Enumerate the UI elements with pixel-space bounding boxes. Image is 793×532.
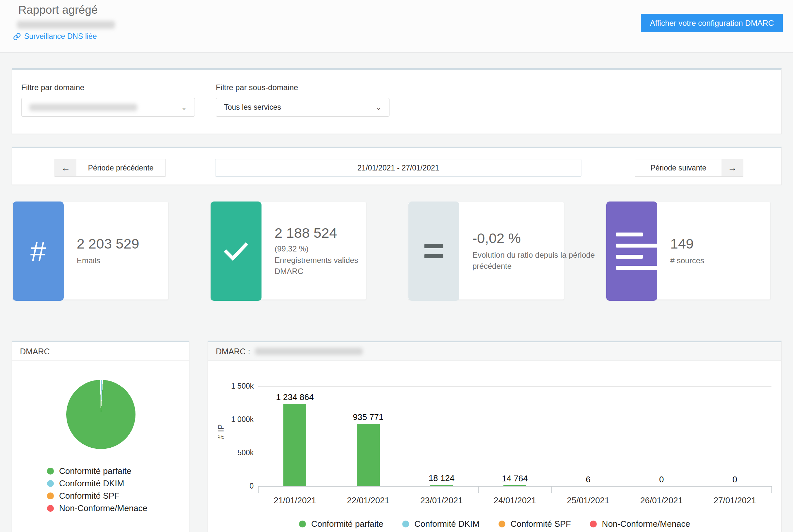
list-icon	[606, 202, 657, 301]
y-tick-label: 1 500k	[214, 382, 254, 391]
dmarc-pie-card: DMARC Conformité parfaiteConformité DKIM…	[12, 341, 189, 532]
sources-count: 149	[670, 236, 763, 252]
bar-value-label: 0	[699, 475, 771, 484]
bar-24/01/2021	[503, 485, 526, 486]
bar-value-label: 14 764	[479, 474, 551, 484]
legend-label: Conformité SPF	[510, 519, 571, 529]
bar-legend: Conformité parfaiteConformité DKIMConfor…	[208, 518, 781, 529]
legend-label: Non-Conforme/Menace	[59, 503, 147, 513]
show-dmarc-config-button[interactable]: Afficher votre configuration DMARC	[641, 14, 783, 32]
bar-value-label: 935 771	[332, 412, 404, 422]
legend-label: Conformité parfaite	[59, 466, 131, 476]
x-axis-tick	[258, 486, 258, 493]
bar-23/01/2021	[430, 485, 453, 486]
next-period-button[interactable]: Période suivante →	[635, 159, 743, 177]
gridline	[258, 386, 771, 387]
emails-count: 2 203 529	[77, 236, 161, 252]
legend-item[interactable]: Conformité SPF	[47, 490, 147, 502]
dmarc-bar-card: DMARC : # IP 0500k1 000k1 500k1 234 8642…	[208, 341, 781, 532]
stat-card-valid-dmarc: 2 188 524 (99,32 %) Enregistrements vali…	[210, 202, 366, 300]
stat-card-sources: 149 # sources	[606, 202, 771, 300]
top-bar: Rapport agrégé Surveillance DNS liée Aff…	[0, 0, 793, 53]
legend-dot-icon	[47, 468, 54, 475]
next-period-label: Période suivante	[635, 159, 721, 176]
x-axis-tick	[698, 486, 698, 493]
bar-card-title: DMARC :	[216, 347, 250, 356]
legend-label: Conformité DKIM	[414, 519, 479, 529]
redacted-domain-value	[30, 104, 137, 111]
legend-label: Non-Conforme/Menace	[602, 519, 690, 529]
legend-dot-icon	[47, 480, 54, 487]
x-axis-tick	[478, 486, 479, 493]
x-tick-label: 24/01/2021	[479, 495, 551, 506]
bar-value-label: 1 234 864	[259, 392, 331, 402]
sources-label: # sources	[670, 255, 763, 266]
filters-card: Filtre par domaine ⌄ Filtre par sous-dom…	[12, 68, 781, 134]
y-tick-label: 500k	[214, 449, 254, 457]
gridline	[258, 453, 771, 453]
legend-item[interactable]: Conformité parfaite	[47, 465, 147, 477]
pie-card-title: DMARC	[12, 342, 189, 361]
period-range-input[interactable]: 21/01/2021 - 27/01/2021	[215, 159, 581, 177]
bar-21/01/2021	[283, 404, 306, 486]
legend-dot-icon	[47, 493, 54, 499]
legend-dot-icon	[299, 520, 306, 528]
x-axis-tick	[552, 486, 552, 493]
x-axis-tick	[625, 486, 625, 493]
ratio-evolution-value: -0,02 %	[472, 230, 557, 246]
x-tick-label: 27/01/2021	[699, 495, 771, 506]
legend-item[interactable]: Conformité DKIM	[47, 477, 147, 490]
stat-card-ratio-evolution: -0,02 % Evolution du ratio depuis la pér…	[408, 202, 564, 300]
arrow-right-icon: →	[721, 159, 743, 176]
aggregate-report-page: Rapport agrégé Surveillance DNS liée Aff…	[0, 0, 793, 532]
subdomain-filter-select[interactable]: Tous les services ⌄	[216, 98, 389, 117]
legend-item[interactable]: Non-Conforme/Menace	[590, 518, 690, 529]
valid-dmarc-percent: (99,32 %)	[274, 244, 360, 253]
dmarc-pie-chart	[66, 380, 135, 449]
pie-legend: Conformité parfaiteConformité DKIMConfor…	[47, 465, 147, 514]
ratio-evolution-label: Evolution du ratio depuis la période pré…	[472, 249, 610, 272]
x-tick-label: 23/01/2021	[405, 495, 477, 506]
dns-monitoring-link[interactable]: Surveillance DNS liée	[13, 32, 97, 41]
domain-filter-label: Filtre par domaine	[21, 83, 84, 92]
y-tick-label: 0	[214, 482, 254, 491]
stat-card-emails: # 2 203 529 Emails	[13, 202, 169, 300]
valid-dmarc-count: 2 188 524	[274, 225, 360, 241]
previous-period-button[interactable]: ← Période précédente	[55, 159, 166, 177]
bar-value-label: 6	[553, 475, 624, 484]
chevron-down-icon: ⌄	[181, 103, 187, 111]
legend-item[interactable]: Conformité parfaite	[299, 518, 383, 529]
period-card: ← Période précédente 21/01/2021 - 27/01/…	[12, 147, 781, 185]
legend-dot-icon	[499, 520, 505, 528]
x-axis-tick	[405, 486, 405, 493]
x-axis-tick	[332, 486, 332, 493]
legend-dot-icon	[402, 520, 409, 528]
y-axis-label: # IP	[216, 424, 226, 439]
chevron-down-icon: ⌄	[376, 103, 381, 111]
bar-card-header: DMARC :	[208, 342, 781, 361]
y-tick-label: 1 000k	[214, 415, 254, 424]
redacted-domain-subtitle	[17, 21, 115, 29]
link-chain-icon	[13, 33, 21, 40]
domain-filter-select[interactable]: ⌄	[21, 98, 195, 117]
x-tick-label: 25/01/2021	[553, 495, 624, 506]
legend-item[interactable]: Conformité SPF	[499, 518, 571, 529]
legend-dot-icon	[47, 505, 54, 512]
legend-item[interactable]: Non-Conforme/Menace	[47, 502, 147, 514]
legend-label: Conformité parfaite	[311, 519, 383, 529]
valid-dmarc-label: Enregistrements valides DMARC	[274, 255, 366, 277]
x-tick-label: 26/01/2021	[625, 495, 697, 506]
legend-dot-icon	[590, 520, 597, 528]
x-tick-label: 22/01/2021	[332, 495, 404, 506]
arrow-left-icon: ←	[55, 159, 76, 176]
previous-period-label: Période précédente	[76, 159, 165, 176]
legend-label: Conformité DKIM	[59, 478, 124, 489]
x-axis-line	[258, 486, 771, 487]
subdomain-filter-label: Filtre par sous-domaine	[216, 83, 298, 92]
check-icon	[211, 202, 262, 301]
hash-icon: #	[13, 202, 64, 301]
x-axis-tick	[771, 486, 772, 493]
legend-item[interactable]: Conformité DKIM	[402, 518, 479, 529]
subdomain-filter-value: Tous les services	[224, 103, 281, 112]
page-title: Rapport agrégé	[18, 3, 98, 16]
